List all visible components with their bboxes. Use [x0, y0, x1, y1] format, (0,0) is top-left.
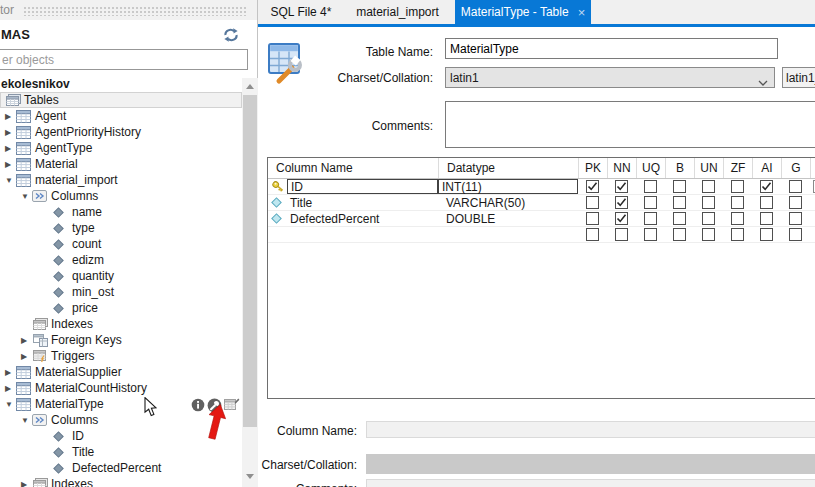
uq-checkbox[interactable] — [644, 212, 657, 225]
nn-checkbox[interactable] — [615, 228, 628, 241]
tree-item-agentpriorityhistory[interactable]: ▶AgentPriorityHistory — [0, 124, 242, 140]
expand-arrow-icon[interactable]: ▶ — [19, 352, 32, 361]
tree-item-materialsupplier[interactable]: ▶MaterialSupplier — [0, 364, 242, 380]
un-checkbox[interactable] — [702, 180, 715, 193]
column-name-cell[interactable]: Title — [268, 195, 438, 210]
tree-item-ekolesnikov[interactable]: ekolesnikov — [0, 76, 242, 92]
tree-item-quantity[interactable]: quantity — [0, 268, 242, 284]
info-icon[interactable] — [191, 398, 205, 416]
un-checkbox[interactable] — [702, 228, 715, 241]
grid-row-title: TitleVARCHAR(50) — [268, 195, 815, 211]
expand-arrow-icon[interactable]: ▶ — [3, 160, 16, 169]
ai-checkbox[interactable] — [760, 228, 773, 241]
tree-item-foreign-keys[interactable]: ▶Foreign Keys — [0, 332, 242, 348]
filter-objects-input[interactable] — [0, 49, 248, 70]
tab-materialtype-table[interactable]: MaterialType - Table × — [455, 0, 591, 24]
ai-checkbox[interactable] — [760, 212, 773, 225]
column-comments-label: Comments: — [258, 482, 357, 487]
tree-item-columns[interactable]: ▼Columns — [0, 188, 242, 204]
uq-checkbox[interactable] — [644, 180, 657, 193]
navigator-scrollbar[interactable] — [242, 78, 258, 487]
charset-select[interactable]: latin1 — [445, 67, 775, 88]
collapse-arrow-icon[interactable]: ▼ — [19, 416, 32, 425]
tab-label: material_import — [356, 5, 439, 19]
g-checkbox[interactable] — [789, 196, 802, 209]
column-name-cell[interactable] — [268, 227, 438, 242]
tree-item-material-import[interactable]: ▼material_import — [0, 172, 242, 188]
tree-item-name[interactable]: name — [0, 204, 242, 220]
tree-item-indexes[interactable]: ▶Indexes — [0, 476, 242, 487]
key-icon — [271, 180, 287, 193]
pk-checkbox[interactable] — [586, 180, 599, 193]
tree-item-count[interactable]: count — [0, 236, 242, 252]
tree-item-type[interactable]: type — [0, 220, 242, 236]
tree-item-defectedpercent[interactable]: DefectedPercent — [0, 460, 242, 476]
tree-item-label: MaterialCountHistory — [34, 381, 147, 395]
pk-checkbox[interactable] — [586, 196, 599, 209]
ai-checkbox[interactable] — [760, 196, 773, 209]
b-checkbox[interactable] — [673, 228, 686, 241]
uq-checkbox[interactable] — [644, 196, 657, 209]
ai-checkbox[interactable] — [760, 180, 773, 193]
g-checkbox[interactable] — [789, 228, 802, 241]
datatype-editbox[interactable]: INT(11) — [438, 179, 578, 194]
b-checkbox[interactable] — [673, 180, 686, 193]
expand-arrow-icon[interactable]: ▶ — [3, 368, 16, 377]
scrollbar-down-arrow-icon[interactable] — [246, 474, 254, 479]
g-checkbox[interactable] — [789, 212, 802, 225]
expand-arrow-icon[interactable]: ▶ — [19, 336, 32, 345]
un-checkbox[interactable] — [702, 212, 715, 225]
tree-item-title[interactable]: Title — [0, 444, 242, 460]
tree-item-materialcounthistory[interactable]: ▶MaterialCountHistory — [0, 380, 242, 396]
column-name-cell[interactable]: DefectedPercent — [268, 211, 438, 226]
zf-checkbox[interactable] — [731, 228, 744, 241]
scrollbar-thumb[interactable] — [243, 95, 257, 427]
tree-item-tables[interactable]: Tables — [0, 92, 242, 108]
tree-item-agent[interactable]: ▶Agent — [0, 108, 242, 124]
column-name-cell[interactable]: ID — [268, 179, 438, 194]
close-tab-icon[interactable]: × — [578, 6, 586, 19]
tree-item-price[interactable]: price — [0, 300, 242, 316]
collapse-arrow-icon[interactable]: ▼ — [19, 192, 32, 201]
tab-material-import[interactable]: material_import — [340, 0, 455, 24]
table-name-input[interactable] — [445, 38, 778, 59]
collapse-arrow-icon[interactable]: ▼ — [3, 400, 16, 409]
datatype-cell[interactable]: VARCHAR(50) — [438, 196, 578, 210]
datatype-cell[interactable]: DOUBLE — [438, 212, 578, 226]
tree-item-material[interactable]: ▶Material — [0, 156, 242, 172]
column-charset-disabled-select — [366, 454, 815, 474]
datatype-cell[interactable]: INT(11) — [438, 179, 578, 194]
table-icon — [16, 366, 34, 379]
un-checkbox[interactable] — [702, 196, 715, 209]
tree-item-triggers[interactable]: ▶Triggers — [0, 348, 242, 364]
tree-item-agenttype[interactable]: ▶AgentType — [0, 140, 242, 156]
b-checkbox[interactable] — [673, 212, 686, 225]
refresh-schemas-icon[interactable] — [223, 28, 239, 42]
expand-arrow-icon[interactable]: ▶ — [3, 112, 16, 121]
collation-select[interactable]: latin1_ — [782, 67, 815, 88]
nn-checkbox[interactable] — [615, 196, 628, 209]
nn-checkbox[interactable] — [615, 212, 628, 225]
tab-sql-file-4[interactable]: SQL File 4* — [262, 0, 340, 24]
expand-arrow-icon[interactable]: ▶ — [3, 128, 16, 137]
column-name-editbox[interactable]: ID — [287, 179, 438, 194]
expand-arrow-icon[interactable]: ▶ — [3, 144, 16, 153]
scrollbar-up-arrow-icon[interactable] — [246, 84, 254, 89]
comments-textarea[interactable] — [445, 101, 815, 148]
pk-checkbox[interactable] — [586, 212, 599, 225]
tree-item-min-ost[interactable]: min_ost — [0, 284, 242, 300]
g-checkbox[interactable] — [789, 180, 802, 193]
expand-arrow-icon[interactable]: ▶ — [19, 480, 32, 487]
zf-checkbox[interactable] — [731, 196, 744, 209]
uq-checkbox[interactable] — [644, 228, 657, 241]
tree-item-indexes[interactable]: Indexes — [0, 316, 242, 332]
navigator-header-texture — [23, 6, 247, 16]
expand-arrow-icon[interactable]: ▶ — [3, 384, 16, 393]
collapse-arrow-icon[interactable]: ▼ — [3, 176, 16, 185]
pk-checkbox[interactable] — [586, 228, 599, 241]
nn-checkbox[interactable] — [615, 180, 628, 193]
b-checkbox[interactable] — [673, 196, 686, 209]
zf-checkbox[interactable] — [731, 212, 744, 225]
tree-item-edizm[interactable]: edizm — [0, 252, 242, 268]
zf-checkbox[interactable] — [731, 180, 744, 193]
